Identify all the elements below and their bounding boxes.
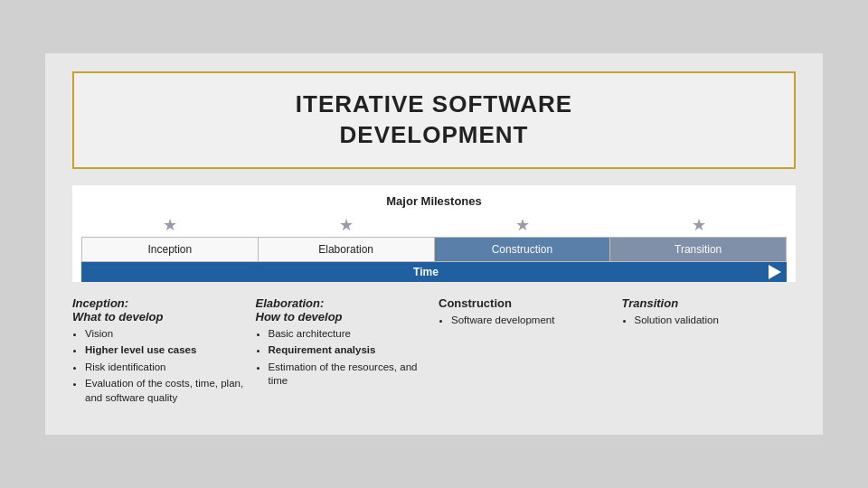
- col-elaboration: Elaboration:How to develop Basic archite…: [256, 296, 430, 408]
- elaboration-list: Basic architecture Requirement analysis …: [256, 327, 430, 389]
- milestones-label: Major Milestones: [81, 194, 787, 208]
- slide: ITERATIVE SOFTWARE DEVELOPMENT Major Mil…: [45, 53, 823, 435]
- construction-item-1: Software development: [451, 314, 613, 328]
- star-1: ★: [81, 215, 258, 235]
- phases-row: Inception Elaboration Construction Trans…: [81, 237, 787, 262]
- elaboration-title: Elaboration:How to develop: [256, 296, 430, 324]
- transition-title: Transition: [622, 296, 797, 310]
- title-text: ITERATIVE SOFTWARE DEVELOPMENT: [92, 89, 776, 151]
- title-line2: DEVELOPMENT: [340, 121, 529, 148]
- phase-transition: Transition: [610, 238, 786, 261]
- time-label: Time: [90, 266, 761, 278]
- stars-row: ★ ★ ★ ★: [81, 213, 787, 237]
- phase-inception: Inception: [82, 238, 259, 261]
- inception-list: Vision Higher level use cases Risk ident…: [72, 327, 247, 406]
- title-line1: ITERATIVE SOFTWARE: [296, 90, 572, 117]
- construction-title: Construction: [439, 296, 613, 310]
- inception-title: Inception:What to develop: [72, 296, 247, 324]
- time-container: Time: [81, 262, 787, 282]
- col-transition: Transition Solution validation: [622, 296, 797, 408]
- elaboration-item-2: Requirement analysis: [269, 343, 430, 358]
- transition-item-1: Solution validation: [635, 314, 797, 328]
- milestones-section: Major Milestones ★ ★ ★ ★ Inception Elabo…: [72, 185, 796, 282]
- inception-item-2: Higher level use cases: [85, 343, 247, 358]
- elaboration-item-3: Estimation of the resources, and time: [269, 361, 430, 389]
- inception-item-1: Vision: [85, 327, 247, 342]
- title-box: ITERATIVE SOFTWARE DEVELOPMENT: [72, 71, 796, 169]
- phase-construction: Construction: [435, 238, 611, 261]
- elaboration-item-1: Basic architecture: [269, 327, 430, 342]
- columns-row: Inception:What to develop Vision Higher …: [72, 296, 796, 408]
- inception-item-4: Evaluation of the costs, time, plan, and…: [85, 377, 247, 405]
- star-2: ★: [258, 215, 434, 235]
- star-4: ★: [610, 215, 787, 235]
- star-3: ★: [434, 215, 610, 235]
- col-inception: Inception:What to develop Vision Higher …: [72, 296, 247, 408]
- col-construction: Construction Software development: [439, 296, 613, 408]
- inception-item-3: Risk identification: [85, 361, 247, 375]
- time-arrow-icon: [769, 265, 781, 279]
- construction-list: Software development: [439, 314, 613, 328]
- phase-elaboration: Elaboration: [259, 238, 435, 261]
- transition-list: Solution validation: [622, 314, 797, 328]
